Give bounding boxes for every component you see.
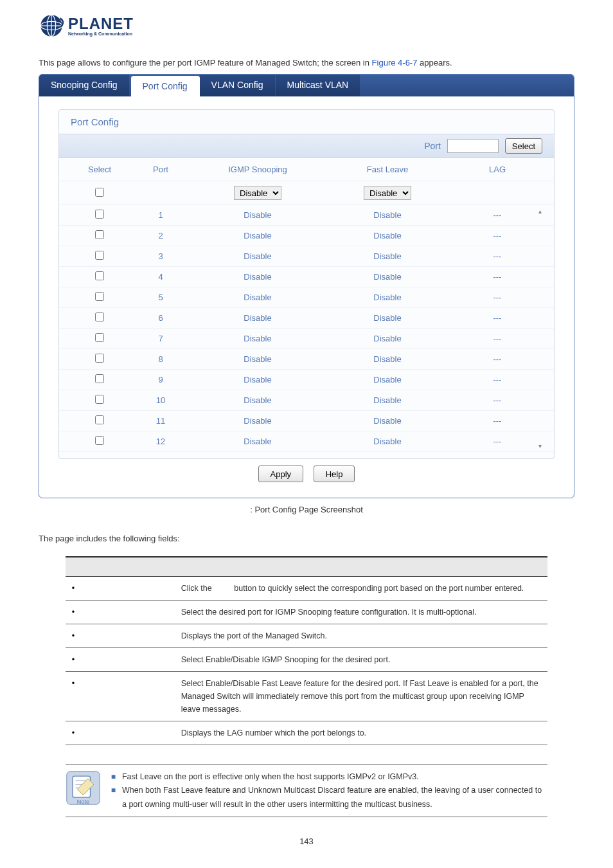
cell-port: 3 bbox=[129, 251, 193, 261]
port-select-row: Port Select bbox=[59, 134, 554, 158]
field-desc-cell: Displays the port of the Managed Switch. bbox=[175, 624, 548, 648]
figure-link[interactable]: Figure 4-6-7 bbox=[372, 58, 418, 68]
fast-leave-dropdown[interactable]: Disable bbox=[364, 186, 411, 200]
header-fast: Fast Leave bbox=[323, 165, 452, 174]
row-checkbox[interactable] bbox=[95, 210, 104, 219]
cell-igmp: Disable bbox=[193, 416, 323, 426]
logo: PLANET Networking & Communication bbox=[39, 13, 574, 39]
table-row: 6DisableDisable--- bbox=[59, 308, 554, 329]
cell-port: 6 bbox=[129, 313, 193, 323]
cell-port: 12 bbox=[129, 437, 193, 446]
figure-caption: : Port Config Page Screenshot bbox=[39, 505, 574, 514]
cell-port: 5 bbox=[129, 293, 193, 302]
note-text: When both Fast Leave feature and Unknown… bbox=[122, 784, 547, 811]
page-number: 143 bbox=[39, 836, 574, 846]
cell-lag: --- bbox=[452, 354, 542, 364]
tab-multicast-vlan[interactable]: Multicast VLAN bbox=[276, 75, 361, 96]
scroll-up-icon[interactable]: ▴ bbox=[538, 208, 545, 215]
cell-fast: Disable bbox=[323, 272, 452, 282]
fields-table: •Click the button to quickly select the … bbox=[66, 556, 548, 745]
header-select: Select bbox=[71, 165, 129, 174]
table-row: 12DisableDisable--- bbox=[59, 431, 554, 452]
filter-row: Disable Disable bbox=[59, 181, 554, 205]
intro-paragraph: This page allows to configure the per po… bbox=[39, 58, 574, 68]
cell-port: 1 bbox=[129, 210, 193, 220]
header-lag: LAG bbox=[452, 165, 542, 174]
tab-snooping-config[interactable]: Snooping Config bbox=[39, 75, 130, 96]
cell-fast: Disable bbox=[323, 231, 452, 240]
cell-fast: Disable bbox=[323, 293, 452, 302]
row-checkbox[interactable] bbox=[95, 374, 104, 383]
row-checkbox[interactable] bbox=[95, 230, 104, 239]
cell-lag: --- bbox=[452, 231, 542, 240]
help-button[interactable]: Help bbox=[314, 466, 355, 482]
port-number-input[interactable] bbox=[447, 139, 499, 153]
table-body: ▴ ▾ 1DisableDisable---2DisableDisable---… bbox=[59, 205, 554, 452]
table-row: 10DisableDisable--- bbox=[59, 390, 554, 411]
row-checkbox[interactable] bbox=[95, 292, 104, 301]
note-list: ■Fast Leave on the port is effective onl… bbox=[111, 770, 548, 811]
tab-bar: Snooping Config Port Config VLAN Config … bbox=[39, 75, 574, 96]
row-checkbox[interactable] bbox=[95, 312, 104, 321]
cell-lag: --- bbox=[452, 210, 542, 220]
cell-fast: Disable bbox=[323, 251, 452, 261]
row-checkbox[interactable] bbox=[95, 271, 104, 280]
apply-button[interactable]: Apply bbox=[258, 466, 304, 482]
select-all-checkbox[interactable] bbox=[95, 188, 104, 197]
row-checkbox[interactable] bbox=[95, 251, 104, 260]
note-item: ■When both Fast Leave feature and Unknow… bbox=[111, 784, 548, 811]
cell-lag: --- bbox=[452, 251, 542, 261]
cell-igmp: Disable bbox=[193, 375, 323, 384]
table-row: 2DisableDisable--- bbox=[59, 226, 554, 246]
cell-fast: Disable bbox=[323, 313, 452, 323]
cell-fast: Disable bbox=[323, 334, 452, 343]
row-checkbox[interactable] bbox=[95, 436, 104, 445]
cell-igmp: Disable bbox=[193, 210, 323, 220]
row-checkbox[interactable] bbox=[95, 415, 104, 424]
note-text: Fast Leave on the port is effective only… bbox=[122, 770, 419, 784]
cell-fast: Disable bbox=[323, 354, 452, 364]
table-row: 9DisableDisable--- bbox=[59, 370, 554, 390]
port-label: Port bbox=[424, 141, 441, 151]
note-box: Note ■Fast Leave on the port is effectiv… bbox=[66, 764, 548, 817]
cell-igmp: Disable bbox=[193, 437, 323, 446]
cell-lag: --- bbox=[452, 375, 542, 384]
tab-vlan-config[interactable]: VLAN Config bbox=[200, 75, 276, 96]
cell-fast: Disable bbox=[323, 210, 452, 220]
cell-igmp: Disable bbox=[193, 231, 323, 240]
select-button[interactable]: Select bbox=[505, 138, 542, 154]
svg-text:Note: Note bbox=[77, 799, 89, 805]
logo-sub-text: Networking & Communication bbox=[68, 32, 134, 36]
field-desc-cell: Select Enable/Disable Fast Leave feature… bbox=[175, 672, 548, 721]
cell-lag: --- bbox=[452, 334, 542, 343]
row-checkbox[interactable] bbox=[95, 354, 104, 363]
cell-fast: Disable bbox=[323, 375, 452, 384]
square-bullet-icon: ■ bbox=[111, 770, 116, 784]
field-desc-cell: Click the button to quickly select the c… bbox=[175, 577, 548, 601]
field-object-cell: • bbox=[66, 624, 175, 648]
scroll-down-icon[interactable]: ▾ bbox=[538, 442, 545, 449]
field-object-cell: • bbox=[66, 648, 175, 672]
cell-fast: Disable bbox=[323, 437, 452, 446]
cell-port: 11 bbox=[129, 416, 193, 426]
note-item: ■Fast Leave on the port is effective onl… bbox=[111, 770, 548, 784]
field-desc-cell: Select Enable/Disable IGMP Snooping for … bbox=[175, 648, 548, 672]
cell-lag: --- bbox=[452, 313, 542, 323]
fields-row: •Click the button to quickly select the … bbox=[66, 577, 548, 601]
table-row: 5DisableDisable--- bbox=[59, 287, 554, 308]
row-checkbox[interactable] bbox=[95, 395, 104, 404]
cell-fast: Disable bbox=[323, 416, 452, 426]
fields-th-object bbox=[66, 557, 175, 577]
cell-port: 10 bbox=[129, 395, 193, 405]
igmp-dropdown[interactable]: Disable bbox=[234, 186, 281, 200]
port-config-section: Port Config Port Select Select Port IGMP… bbox=[58, 109, 555, 459]
cell-lag: --- bbox=[452, 293, 542, 302]
cell-igmp: Disable bbox=[193, 272, 323, 282]
field-object-cell: • bbox=[66, 577, 175, 601]
cell-igmp: Disable bbox=[193, 251, 323, 261]
tab-port-config[interactable]: Port Config bbox=[131, 76, 200, 96]
row-checkbox[interactable] bbox=[95, 333, 104, 342]
cell-lag: --- bbox=[452, 437, 542, 446]
cell-lag: --- bbox=[452, 416, 542, 426]
square-bullet-icon: ■ bbox=[111, 784, 116, 811]
